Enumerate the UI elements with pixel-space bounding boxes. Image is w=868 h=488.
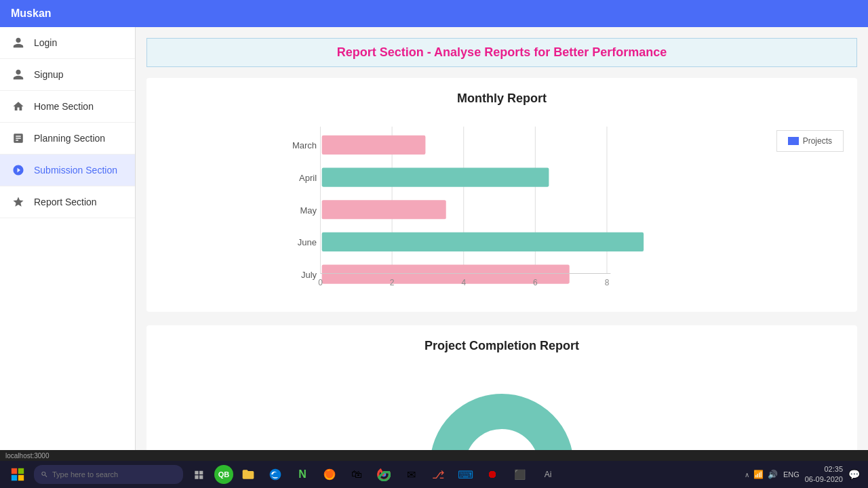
start-button[interactable] [3,462,33,487]
svg-rect-17 [18,468,24,474]
bar-april [322,168,549,187]
notepad-app[interactable]: N [290,462,315,487]
file-explorer-app[interactable] [236,462,260,487]
svg-text:4: 4 [461,278,466,287]
sidebar-home-label: Home Section [34,101,94,112]
chrome-app[interactable] [372,462,396,487]
system-clock: 02:35 06-09-2020 [805,464,843,485]
edge-icon [269,468,282,481]
record-app[interactable]: ⏺ [480,462,505,487]
completion-report-title: Project Completion Report [160,339,844,353]
donut-chart-container [160,367,844,450]
monthly-report-title: Monthly Report [160,92,844,106]
windows-icon [11,468,24,481]
svg-text:March: March [292,140,317,150]
chrome-icon [377,468,391,481]
sidebar-signup-label: Signup [34,69,64,80]
firefox-icon [323,468,336,481]
ai-button[interactable]: Ai [534,462,561,487]
system-tray-icons: ∧ 📶 🔊 [745,470,778,479]
sidebar-item-report[interactable]: Report Section [0,186,135,218]
bar-march [322,136,426,155]
legend-color-projects [788,137,799,145]
terminal-app[interactable]: ⬛ [507,462,532,487]
taskview-button[interactable] [187,462,212,487]
sidebar-item-login[interactable]: Login [0,27,135,59]
store-app[interactable]: 🛍 [344,462,369,487]
language-indicator: ENG [783,470,800,479]
report-section-header: Report Section - Analyse Reports for Bet… [146,38,857,67]
qb-app[interactable]: QB [214,465,233,484]
main-layout: Login Signup Home Section Planning Secti… [0,27,868,450]
app-topbar: Muskan [0,0,868,27]
chart-legend: Projects [776,130,844,152]
sidebar-item-home[interactable]: Home Section [0,91,135,123]
svg-text:6: 6 [533,278,538,287]
submission-icon [11,163,26,178]
clock-date: 06-09-2020 [805,474,843,485]
sidebar: Login Signup Home Section Planning Secti… [0,27,136,450]
sidebar-item-signup[interactable]: Signup [0,59,135,91]
bar-chart-svg: March April May June July [160,119,760,296]
svg-text:July: July [301,270,317,280]
sidebar-item-submission[interactable]: Submission Section [0,155,135,186]
svg-text:2: 2 [390,278,395,287]
taskbar-search-input[interactable] [52,470,176,479]
legend-label-projects: Projects [803,136,832,146]
completion-report-section: Project Completion Report [146,325,857,450]
svg-rect-16 [12,468,17,474]
sidebar-login-label: Login [34,37,57,48]
edge-app[interactable] [263,462,288,487]
home-icon [11,99,26,114]
folder-icon [241,468,255,481]
taskbar-apps: QB N 🛍 ✉ ⎇ ⌨ ⏺ ⬛ Ai [187,462,561,487]
svg-text:June: June [298,237,317,247]
notifications-button[interactable]: 💬 [848,469,860,480]
mail-app[interactable]: ✉ [399,462,423,487]
app-title: Muskan [11,7,52,20]
tray-expand[interactable]: ∧ [745,471,749,479]
monthly-report-section: Monthly Report March [146,78,857,312]
svg-rect-18 [12,475,17,481]
planning-icon [11,131,26,146]
star-icon [11,195,26,209]
url-status-bar: localhost:3000 [0,450,868,461]
person-add-icon [11,67,26,82]
clock-time: 02:35 [805,464,843,474]
bar-may [322,200,446,219]
firefox-app[interactable] [317,462,342,487]
svg-text:8: 8 [605,278,610,287]
url-display: localhost:3000 [5,452,50,460]
volume-icon: 🔊 [768,470,778,479]
taskbar: QB N 🛍 ✉ ⎇ ⌨ ⏺ ⬛ Ai [0,461,868,488]
svg-text:April: April [299,173,317,183]
sidebar-report-label: Report Section [34,197,97,207]
donut-chart-svg [414,378,590,450]
search-icon [41,470,48,479]
vscode-app[interactable]: ⌨ [453,462,477,487]
main-content: Report Section - Analyse Reports for Bet… [136,27,868,450]
donut-hole [475,439,529,450]
sidebar-planning-label: Planning Section [34,133,105,144]
sidebar-submission-label: Submission Section [34,165,117,176]
svg-text:May: May [300,205,317,216]
bar-july [322,265,570,284]
person-icon [11,35,26,50]
svg-text:0: 0 [318,278,323,287]
report-header-text: Report Section - Analyse Reports for Bet… [337,45,667,59]
taskbar-search-box[interactable] [34,465,183,484]
ai-label: Ai [545,470,552,479]
sidebar-item-planning[interactable]: Planning Section [0,123,135,155]
network-icon: 📶 [753,470,764,479]
git-app[interactable]: ⎇ [426,462,450,487]
svg-rect-19 [18,475,24,481]
taskview-icon [194,469,205,480]
taskbar-right: ∧ 📶 🔊 ENG 02:35 06-09-2020 💬 [745,464,865,485]
bar-june [322,232,644,251]
